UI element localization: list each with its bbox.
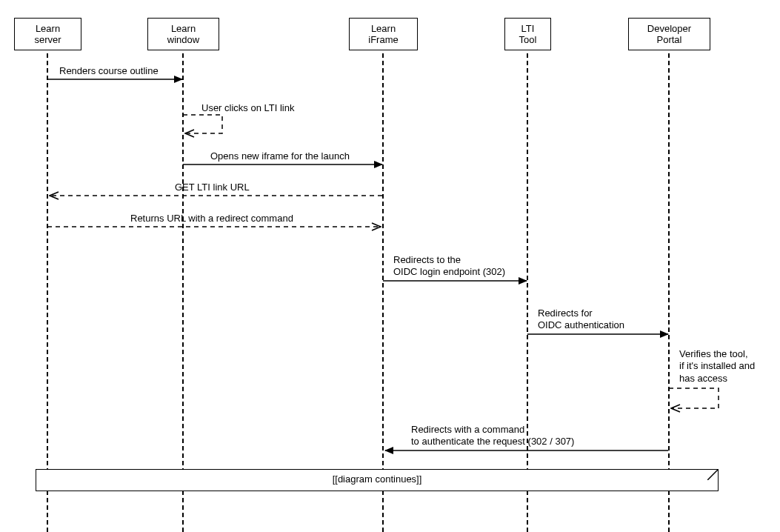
lifeline-learn-server [47, 39, 48, 532]
msg-line: Verifies the tool, [679, 348, 748, 359]
msg-line: if it's installed and [679, 360, 755, 371]
msg-redirect-oidc-login: Redirects to the OIDC login endpoint (30… [393, 254, 505, 279]
msg-verifies: Verifies the tool, if it's installed and… [679, 348, 755, 385]
fragment-label: [[diagram continues]] [36, 473, 719, 485]
msg-line: has access [679, 373, 727, 384]
msg-line: OIDC authentication [538, 319, 624, 330]
participant-lti-tool: LTI Tool [504, 18, 551, 50]
participant-label: Learn server [34, 23, 61, 45]
participant-label: Learn iFrame [368, 23, 398, 45]
msg-line: Redirects with a command [411, 424, 524, 435]
msg-line: Redirects to the [393, 254, 461, 265]
msg-line: OIDC login endpoint (302) [393, 266, 505, 277]
msg-line: to authenticate the request (302 / 307) [411, 436, 574, 447]
participant-label: Developer Portal [647, 23, 691, 45]
msg-redirect-oidc-auth: Redirects for OIDC authentication [538, 307, 624, 332]
participant-learn-iframe: Learn iFrame [349, 18, 418, 50]
participant-developer-portal: Developer Portal [628, 18, 710, 50]
lifeline-lti-tool [527, 39, 528, 532]
msg-line: Redirects for [538, 307, 593, 319]
msg-returns-url: Returns URL with a redirect command [130, 213, 293, 225]
msg-renders-course: Renders course outline [59, 65, 159, 77]
arrows-layer [0, 0, 780, 532]
lifeline-learn-window [182, 39, 184, 532]
sequence-diagram: Learn server Learn window Learn iFrame L… [0, 0, 780, 532]
lifeline-developer-portal [668, 39, 670, 532]
msg-opens-iframe: Opens new iframe for the launch [210, 150, 350, 162]
participant-learn-server: Learn server [14, 18, 81, 50]
participant-label: Learn window [167, 23, 199, 45]
participant-learn-window: Learn window [147, 18, 219, 50]
msg-redirect-auth-req: Redirects with a command to authenticate… [411, 424, 574, 448]
msg-get-lti-url: GET LTI link URL [175, 182, 250, 193]
lifeline-learn-iframe [382, 39, 384, 532]
msg-user-clicks: User clicks on LTI link [201, 102, 294, 114]
participant-label: LTI Tool [519, 23, 537, 45]
